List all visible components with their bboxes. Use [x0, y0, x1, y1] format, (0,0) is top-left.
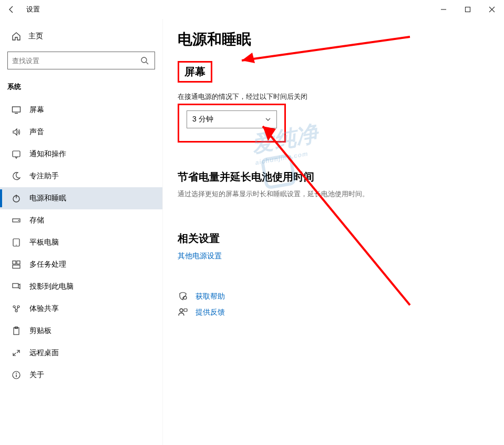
search-box[interactable] — [7, 52, 155, 69]
svg-rect-4 — [13, 107, 20, 112]
home-icon — [12, 32, 21, 41]
section-screen-title: 屏幕 — [178, 61, 212, 83]
sidebar-item-label: 多任务处理 — [29, 260, 66, 269]
svg-rect-13 — [13, 261, 16, 264]
shared-icon — [12, 304, 21, 313]
sidebar-item-project[interactable]: 投影到此电脑 — [0, 276, 162, 298]
multitask-icon — [12, 260, 21, 269]
moon-icon — [12, 171, 21, 181]
screen-timeout-dropdown[interactable]: 3 分钟 — [187, 110, 277, 128]
sidebar-item-storage[interactable]: 存储 — [0, 209, 162, 231]
project-icon — [12, 282, 21, 291]
svg-point-12 — [16, 245, 17, 246]
sidebar-item-label: 平板电脑 — [29, 238, 59, 247]
sidebar-item-label: 远程桌面 — [29, 348, 59, 358]
sidebar-item-display[interactable]: 屏幕 — [0, 99, 162, 121]
other-power-settings-link[interactable]: 其他电源设置 — [178, 251, 222, 261]
svg-rect-16 — [13, 284, 18, 288]
sidebar-item-clipboard[interactable]: 剪贴板 — [0, 320, 162, 342]
screen-timeout-value: 3 分钟 — [192, 115, 213, 124]
sidebar: 主页 系统 屏幕 声音 通知和操作 — [0, 19, 163, 445]
screen-off-description: 在接通电源的情况下，经过以下时间后关闭 — [178, 92, 489, 102]
svg-point-19 — [15, 310, 17, 312]
sidebar-item-sound[interactable]: 声音 — [0, 121, 162, 143]
related-settings-title: 相关设置 — [178, 231, 489, 246]
storage-icon — [12, 216, 21, 225]
minimize-button[interactable] — [431, 0, 456, 19]
content-area: 电源和睡眠 屏幕 在接通电源的情况下，经过以下时间后关闭 3 分钟 节省电量并延… — [163, 19, 504, 445]
sidebar-item-tablet[interactable]: 平板电脑 — [0, 231, 162, 254]
sound-icon — [12, 127, 21, 137]
sidebar-item-power[interactable]: 电源和睡眠 — [0, 187, 162, 209]
category-header: 系统 — [0, 79, 162, 99]
home-button[interactable]: 主页 — [0, 26, 162, 46]
chevron-down-icon — [265, 116, 271, 123]
feedback-link[interactable]: 提供反馈 — [196, 308, 225, 317]
sidebar-item-label: 专注助手 — [29, 171, 59, 181]
sidebar-item-about[interactable]: 关于 — [0, 364, 162, 386]
battery-section-desc: 通过选择更短的屏幕显示时长和睡眠设置，延长电池使用时间。 — [178, 189, 489, 199]
search-icon — [139, 56, 150, 65]
svg-point-2 — [141, 57, 147, 63]
svg-rect-15 — [13, 265, 20, 268]
sidebar-item-label: 声音 — [29, 127, 44, 137]
home-label: 主页 — [28, 32, 43, 41]
battery-section-title: 节省电量并延长电池使用时间 — [178, 170, 489, 184]
notification-icon — [12, 149, 21, 159]
page-title: 电源和睡眠 — [178, 29, 489, 49]
clipboard-icon — [12, 326, 21, 336]
sidebar-item-label: 通知和操作 — [29, 149, 66, 159]
sidebar-item-label: 剪贴板 — [29, 326, 52, 336]
sidebar-item-notifications[interactable]: 通知和操作 — [0, 143, 162, 165]
display-icon — [12, 105, 21, 115]
window-title: 设置 — [23, 5, 431, 14]
svg-rect-27 — [184, 309, 187, 311]
svg-rect-6 — [13, 151, 20, 157]
svg-rect-1 — [466, 7, 470, 12]
sidebar-item-remote[interactable]: 远程桌面 — [0, 342, 162, 364]
sidebar-item-label: 关于 — [29, 370, 44, 380]
sidebar-item-label: 投影到此电脑 — [29, 282, 74, 291]
svg-line-3 — [146, 62, 148, 64]
svg-rect-14 — [17, 261, 20, 264]
sidebar-item-multitask[interactable]: 多任务处理 — [0, 254, 162, 276]
sidebar-item-label: 体验共享 — [29, 304, 59, 313]
back-button[interactable] — [0, 0, 23, 19]
tablet-icon — [12, 238, 21, 247]
sidebar-item-label: 屏幕 — [29, 105, 44, 115]
remote-icon — [12, 348, 21, 358]
svg-point-23 — [16, 373, 17, 374]
search-input[interactable] — [12, 57, 139, 65]
svg-point-26 — [180, 309, 183, 312]
power-icon — [12, 194, 21, 203]
help-icon — [178, 291, 188, 302]
sidebar-item-label: 电源和睡眠 — [29, 194, 66, 203]
feedback-icon — [178, 307, 188, 318]
svg-point-10 — [18, 220, 19, 221]
get-help-link[interactable]: 获取帮助 — [196, 292, 225, 301]
sidebar-item-label: 存储 — [29, 216, 44, 225]
close-button[interactable] — [480, 0, 504, 19]
sidebar-item-focus[interactable]: 专注助手 — [0, 165, 162, 187]
maximize-button[interactable] — [456, 0, 480, 19]
sidebar-item-shared[interactable]: 体验共享 — [0, 298, 162, 320]
info-icon — [12, 370, 21, 380]
